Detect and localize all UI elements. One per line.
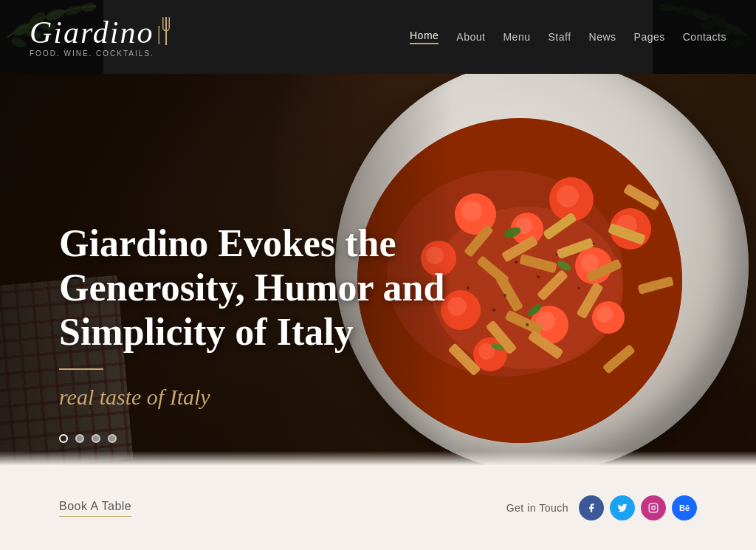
nav-item-menu[interactable]: Menu — [503, 31, 530, 43]
hero-subtitle: real taste of Italy — [59, 385, 210, 409]
svg-point-25 — [557, 185, 579, 207]
slider-dots — [59, 434, 117, 443]
slider-dot-3[interactable] — [92, 434, 100, 443]
book-table-label: Book A Table — [59, 500, 131, 513]
nav-item-home[interactable]: Home — [410, 30, 439, 44]
slider-dot-2[interactable] — [75, 434, 84, 443]
instagram-icon — [648, 503, 659, 513]
svg-point-75 — [656, 505, 656, 506]
nav-item-about[interactable]: About — [456, 31, 485, 43]
svg-point-10 — [690, 7, 712, 22]
slider-dot-1[interactable] — [59, 434, 68, 443]
behance-icon: Bē — [679, 503, 690, 512]
svg-point-13 — [729, 37, 746, 49]
get-in-touch-label: Get in Touch — [506, 502, 568, 514]
main-nav: Home About Menu Staff News Pages Contact… — [410, 30, 726, 44]
svg-point-9 — [708, 10, 730, 32]
fork-svg-icon — [161, 17, 171, 45]
svg-point-74 — [652, 506, 656, 510]
svg-point-65 — [537, 275, 540, 278]
hero-divider — [59, 368, 103, 370]
logo-tagline: Food. Wine. Cocktails. — [30, 49, 154, 58]
facebook-icon — [586, 503, 597, 513]
header: Giardino | Food. Wine. Cocktails. Home A… — [0, 0, 756, 74]
footer-bar: Book A Table Get in Touch — [0, 465, 756, 550]
svg-point-68 — [492, 309, 495, 312]
book-table[interactable]: Book A Table — [59, 500, 131, 517]
logo-name: Giardino — [30, 17, 154, 48]
nav-item-news[interactable]: News — [589, 31, 616, 43]
logo[interactable]: Giardino | Food. Wine. Cocktails. — [30, 17, 171, 58]
nav-item-contacts[interactable]: Contacts — [683, 31, 726, 43]
social-twitter-button[interactable] — [610, 495, 635, 520]
slider-dot-4[interactable] — [108, 434, 117, 443]
svg-point-5 — [10, 37, 27, 49]
svg-point-66 — [504, 294, 506, 297]
svg-point-4 — [80, 2, 96, 12]
hero-title: Giardino Evokes the Generosity, Humor an… — [59, 221, 472, 354]
svg-point-23 — [461, 201, 482, 221]
svg-point-8 — [724, 21, 744, 38]
svg-point-64 — [515, 261, 518, 264]
svg-point-3 — [64, 4, 83, 16]
svg-point-12 — [659, 2, 675, 12]
hero-section: Giardino Evokes the Generosity, Humor an… — [0, 74, 756, 465]
twitter-icon — [617, 503, 628, 513]
nav-item-staff[interactable]: Staff — [548, 31, 571, 43]
svg-rect-73 — [649, 503, 658, 512]
svg-point-11 — [673, 4, 692, 16]
hero-content: Giardino Evokes the Generosity, Humor an… — [59, 221, 472, 410]
svg-rect-18 — [169, 17, 171, 29]
social-behance-button[interactable]: Bē — [672, 495, 697, 520]
nav-item-pages[interactable]: Pages — [634, 31, 665, 43]
social-icons: Bē — [579, 495, 697, 520]
svg-point-39 — [597, 306, 613, 323]
svg-rect-17 — [162, 17, 164, 29]
svg-point-71 — [593, 243, 595, 245]
svg-point-70 — [526, 323, 529, 326]
svg-point-67 — [556, 254, 558, 256]
svg-point-69 — [578, 287, 580, 289]
get-in-touch: Get in Touch Bē — [506, 495, 697, 520]
social-facebook-button[interactable] — [579, 495, 604, 520]
book-table-underline — [59, 516, 131, 517]
social-instagram-button[interactable] — [641, 495, 666, 520]
